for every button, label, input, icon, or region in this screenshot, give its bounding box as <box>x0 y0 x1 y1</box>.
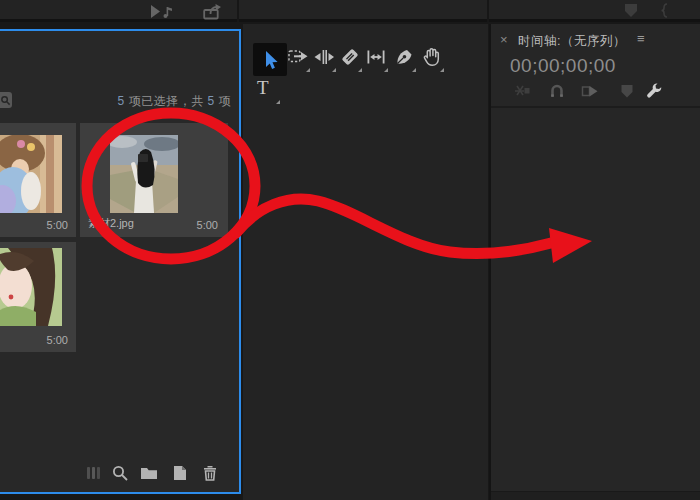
asset-duration: 5:00 <box>47 334 68 346</box>
timeline-panel[interactable]: × 时间轴:（无序列） ≡ 00;00;00;00 <box>489 24 700 500</box>
button-editor-icon[interactable] <box>660 3 672 18</box>
ripple-edit-icon <box>313 46 335 68</box>
selection-tool[interactable] <box>253 43 287 76</box>
selection-status: 5 项已选择，共 5 项 <box>118 93 231 110</box>
selection-tool-icon <box>259 49 281 71</box>
type-tool[interactable]: T <box>257 76 281 104</box>
asset-item-3[interactable]: 5:00 <box>0 242 76 352</box>
asset-duration: 5:00 <box>47 219 68 231</box>
asset-item-2[interactable]: 素材2.jpg 5:00 <box>80 123 228 237</box>
panel-divider <box>487 0 489 22</box>
linked-selection-icon[interactable] <box>581 82 599 100</box>
hand-icon <box>421 46 443 68</box>
asset-thumbnail-1 <box>0 135 62 213</box>
snap-icon[interactable] <box>548 82 566 100</box>
timeline-tab-label[interactable]: 时间轴:（无序列） <box>518 33 626 50</box>
new-bin-icon[interactable] <box>139 463 159 483</box>
razor-tool[interactable] <box>339 46 363 72</box>
add-marker-icon[interactable] <box>618 82 636 100</box>
panel-divider <box>237 0 239 22</box>
pen-icon <box>393 46 415 68</box>
track-select-forward-tool[interactable] <box>287 46 311 72</box>
project-panel[interactable]: 5 项已选择，共 5 项 5:00 <box>0 29 241 494</box>
close-icon[interactable]: × <box>500 32 508 47</box>
panel-menu-icon[interactable]: ≡ <box>637 31 645 46</box>
timeline-footer <box>491 491 700 500</box>
asset-thumbnail-3 <box>0 248 62 326</box>
icon-view-icon[interactable] <box>84 463 104 483</box>
play-audio-icon[interactable] <box>150 4 174 19</box>
search-icon <box>0 95 11 106</box>
asset-item-1[interactable]: 5:00 <box>0 123 76 237</box>
hand-tool[interactable] <box>421 46 445 72</box>
type-tool-icon: T <box>257 77 269 98</box>
pen-tool[interactable] <box>393 46 417 72</box>
export-media-icon[interactable] <box>203 3 222 20</box>
track-select-forward-icon <box>287 46 309 68</box>
timeline-settings-icon[interactable] <box>645 82 663 100</box>
nest-sequences-icon[interactable] <box>513 82 531 100</box>
timecode-display[interactable]: 00;00;00;00 <box>510 55 616 77</box>
ripple-edit-tool[interactable] <box>313 46 337 72</box>
delete-icon[interactable] <box>200 463 220 483</box>
asset-filename: 素材2.jpg <box>88 216 134 231</box>
timeline-header: × 时间轴:（无序列） ≡ 00;00;00;00 <box>491 24 700 108</box>
project-panel-toolbar <box>0 463 237 487</box>
find-icon[interactable] <box>110 463 130 483</box>
new-item-icon[interactable] <box>170 463 190 483</box>
asset-duration: 5:00 <box>197 219 218 231</box>
razor-icon <box>339 46 361 68</box>
search-input[interactable] <box>0 92 12 108</box>
tools-panel: T <box>243 24 488 500</box>
marker-icon[interactable] <box>623 3 639 18</box>
top-strip <box>0 0 700 22</box>
slip-tool[interactable] <box>365 46 389 72</box>
asset-thumbnail-2 <box>110 135 178 213</box>
slip-icon <box>365 46 387 68</box>
